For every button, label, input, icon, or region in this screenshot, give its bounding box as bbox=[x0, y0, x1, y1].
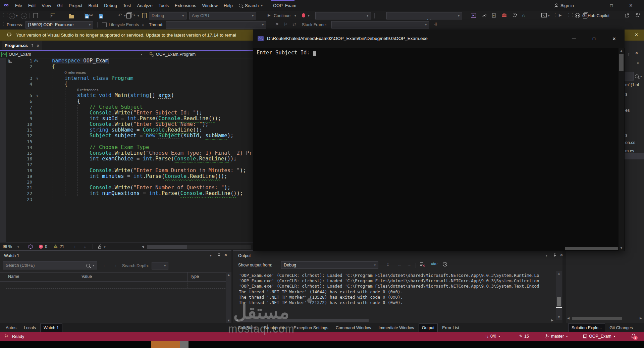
console-title-bar[interactable]: C:\ D:\Route\KhaledAhmed\Exam02\OOP_Exam… bbox=[253, 30, 625, 48]
nav-type-dropdown[interactable]: OOP_Exam.Program bbox=[150, 51, 196, 58]
console-hscroll-thumb[interactable] bbox=[565, 247, 618, 250]
double-chevron-down-icon[interactable]: ⇊ bbox=[434, 22, 437, 27]
hot-reload-icon[interactable] bbox=[302, 13, 306, 18]
column-value[interactable]: Value bbox=[82, 274, 92, 279]
column-type[interactable]: Type bbox=[190, 274, 199, 279]
find-dropdown[interactable]: ▾ bbox=[386, 12, 462, 19]
repo-indicator[interactable]: OOP_Exam ▲ bbox=[583, 334, 616, 339]
watch-empty-row[interactable] bbox=[6, 281, 226, 289]
menu-view[interactable]: View bbox=[39, 0, 54, 11]
warning-badge-icon[interactable]: ⚠ bbox=[54, 244, 58, 249]
line-number[interactable]: 19 bbox=[0, 173, 32, 179]
error-count[interactable]: 0 bbox=[45, 244, 47, 249]
menu-help[interactable]: Help bbox=[221, 0, 236, 11]
continue-chevron-icon[interactable]: ▾ bbox=[294, 14, 296, 17]
solution-item-fragment[interactable]: s bbox=[625, 133, 627, 138]
tab-call-stack[interactable]: Call Stack bbox=[235, 324, 260, 332]
github-copilot-icon[interactable] bbox=[575, 13, 580, 18]
line-number[interactable]: 18 bbox=[0, 168, 32, 173]
code-text[interactable]: string subName = Console.ReadLine(); bbox=[52, 127, 202, 133]
tab-solution-explo-[interactable]: Solution Explo... bbox=[568, 324, 605, 332]
solution-item-fragment[interactable]: es bbox=[625, 108, 630, 113]
menu-git[interactable]: Git bbox=[54, 0, 66, 11]
minimize-button[interactable]: — bbox=[588, 0, 603, 11]
line-number[interactable]: 5 bbox=[0, 93, 32, 98]
new-project-icon[interactable] bbox=[34, 13, 38, 18]
tab-exception-settings[interactable]: Exception Settings bbox=[290, 324, 331, 332]
line-number[interactable]: 6 bbox=[0, 98, 32, 104]
hscrollbar-thumb[interactable] bbox=[572, 317, 622, 320]
person-run-icon[interactable] bbox=[513, 13, 517, 18]
continue-button[interactable]: Continue bbox=[274, 13, 290, 18]
line-number[interactable]: 14 bbox=[0, 145, 32, 150]
tab-command-window[interactable]: Command Window bbox=[333, 324, 374, 332]
code-text[interactable]: Console.Write("Enter Number of Questions… bbox=[52, 185, 230, 191]
search-depth-dropdown[interactable]: ▾ bbox=[152, 262, 168, 269]
next-issue-icon[interactable]: ↓ bbox=[84, 244, 86, 249]
line-number[interactable]: 9 bbox=[0, 116, 32, 121]
watch-vscrollbar[interactable]: ▲ ▼ bbox=[226, 272, 231, 323]
tab-close-icon[interactable]: ✕ bbox=[37, 44, 40, 48]
code-cleanup-broom-icon[interactable] bbox=[97, 244, 102, 249]
editor-hscrollbar-thumb[interactable] bbox=[147, 245, 187, 249]
fold-arrow-icon[interactable]: ∨ bbox=[32, 93, 42, 98]
search-forward-icon[interactable]: → bbox=[113, 263, 117, 268]
tab-immediate-window[interactable]: Immediate Window bbox=[375, 324, 417, 332]
branch-indicator[interactable]: master ▲ bbox=[545, 334, 568, 339]
pin-icon[interactable] bbox=[627, 53, 631, 56]
save-icon[interactable] bbox=[85, 14, 89, 18]
code-text[interactable]: namespace OOP_Exam bbox=[52, 58, 108, 64]
console-close-button[interactable]: ✕ bbox=[606, 33, 622, 44]
menu-analyze[interactable]: Analyze bbox=[134, 0, 155, 11]
toggle-flagged-icon[interactable]: ⇄ bbox=[292, 22, 296, 27]
code-text[interactable]: { bbox=[52, 63, 55, 69]
cut-icon[interactable]: ✂ bbox=[89, 13, 93, 18]
code-text[interactable]: Console.WriteLine("Choose Exam Type: 1) … bbox=[52, 150, 252, 156]
hscroll-right-arrow[interactable]: ▶ bbox=[640, 316, 642, 320]
code-text[interactable]: internal class Program bbox=[52, 75, 133, 81]
line-number[interactable]: 13 bbox=[0, 139, 32, 145]
continue-play-icon[interactable]: ▶ bbox=[268, 13, 270, 17]
solution-item-fragment[interactable]: m' (1 of bbox=[625, 83, 639, 87]
code-text[interactable]: Console.Write("Enter Subject Id: "); bbox=[52, 110, 202, 116]
code-text[interactable]: { bbox=[52, 98, 80, 104]
back-chevron-icon[interactable]: ▾ bbox=[16, 14, 18, 17]
column-name[interactable]: Name bbox=[8, 274, 19, 279]
timestamp-clock-icon[interactable] bbox=[442, 262, 447, 267]
panel-close-icon[interactable]: ✕ bbox=[224, 253, 227, 257]
stack-frame-dropdown[interactable]: ▾ bbox=[331, 21, 429, 29]
wrench-icon[interactable] bbox=[482, 13, 486, 18]
line-number[interactable]: 10 bbox=[0, 121, 32, 127]
tab-git-changes[interactable]: Git Changes bbox=[606, 324, 636, 332]
word-wrap-icon[interactable]: ab↵ bbox=[431, 262, 438, 266]
pin-icon[interactable] bbox=[217, 253, 221, 257]
code-text[interactable]: { bbox=[52, 81, 68, 87]
code-text[interactable]: int examChoice = int.Parse(Console.ReadL… bbox=[52, 156, 237, 162]
watch-window-icon[interactable]: ▶ bbox=[471, 13, 476, 18]
line-number[interactable]: 22 bbox=[0, 191, 32, 196]
hscroll-left-arrow[interactable]: ◀ bbox=[236, 318, 238, 322]
hot-reload-chevron-icon[interactable]: ▾ bbox=[308, 14, 310, 17]
search-control[interactable]: Search ▾ bbox=[239, 0, 263, 11]
console-body[interactable]: Enter Subject Id: ▲ ▼ bbox=[253, 48, 625, 251]
line-number[interactable]: 8 bbox=[0, 110, 32, 116]
hot-reload-dropdown[interactable]: ▾ bbox=[315, 12, 371, 19]
flag-icon[interactable]: ⚑ bbox=[275, 22, 279, 27]
redo-icon[interactable]: ↷ bbox=[131, 12, 136, 18]
run-secondary-icon[interactable]: ▶ bbox=[559, 13, 561, 17]
copy-icon[interactable] bbox=[126, 13, 131, 18]
process-dropdown[interactable]: [15592] OOP_Exam.exe▾ bbox=[25, 21, 93, 29]
code-text[interactable]: // Create Subject bbox=[52, 104, 143, 110]
line-number[interactable]: 4 bbox=[0, 81, 32, 87]
tab-autos[interactable]: Autos bbox=[3, 324, 19, 332]
open-folder-icon[interactable] bbox=[69, 15, 74, 18]
panel-close-icon[interactable]: ✕ bbox=[560, 253, 563, 257]
toolbox-icon[interactable] bbox=[502, 13, 507, 17]
prev-issue-icon[interactable]: ↑ bbox=[74, 244, 76, 249]
line-number[interactable]: 20 bbox=[0, 179, 32, 185]
watch-search-box[interactable]: Search (Ctrl+E) ▾ bbox=[3, 261, 97, 269]
vscrollbar-thumb[interactable] bbox=[557, 297, 561, 306]
solution-item-fragment[interactable]: on.cs bbox=[625, 140, 635, 145]
add-item-chevron-icon[interactable]: ▾ bbox=[51, 14, 53, 17]
browser-link-icon[interactable]: ⋮⋮ bbox=[567, 13, 574, 17]
